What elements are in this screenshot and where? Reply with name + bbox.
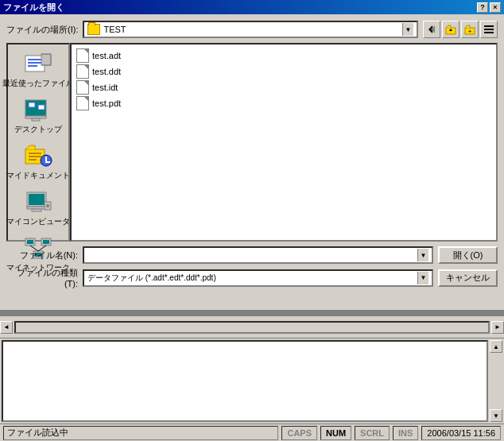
svg-rect-18	[29, 156, 41, 157]
scroll-right-button[interactable]: ►	[491, 321, 504, 334]
file-icon-3	[76, 96, 89, 110]
open-button[interactable]: 開く(O)	[438, 246, 498, 264]
up-folder-button[interactable]	[442, 21, 459, 38]
location-label: ファイルの場所(I):	[6, 24, 78, 36]
svg-rect-3	[484, 25, 494, 27]
menu-button[interactable]	[480, 21, 498, 38]
file-item-0[interactable]: test.adt	[75, 48, 493, 64]
filename-label: ファイル名(N):	[6, 250, 78, 261]
scroll-down-button[interactable]: ▼	[490, 409, 502, 422]
file-name-3: test.pdt	[92, 99, 121, 108]
status-text: ファイル読込中	[3, 426, 278, 440]
left-sidebar: 最近使ったファイル デスクトップ	[6, 43, 70, 242]
sidebar-label-desktop: デスクトップ	[14, 124, 62, 135]
file-name-1: test.ddt	[92, 67, 121, 76]
mypc-icon	[24, 191, 52, 215]
svg-rect-13	[32, 118, 40, 121]
filetype-value: データファイル (*.adt*.edt*.ddt*.pdt)	[87, 273, 216, 284]
horizontal-scroll-area: ◄ ►	[0, 316, 504, 338]
file-icon-0	[76, 48, 89, 63]
panel-area: 最近使ったファイル デスクトップ	[6, 43, 498, 242]
svg-rect-10	[41, 54, 51, 65]
file-icon-2	[76, 80, 89, 95]
svg-rect-22	[29, 194, 45, 205]
sidebar-item-mypc[interactable]: マイコンピュータ	[5, 189, 72, 229]
open-file-dialog: ファイルを開く ? × ファイルの場所(I): TEST ▼	[0, 0, 504, 310]
file-item-3[interactable]: test.pdt	[75, 95, 493, 111]
location-dropdown[interactable]: TEST ▼	[83, 21, 418, 38]
scroll-up-button[interactable]: ▲	[490, 340, 502, 353]
svg-rect-8	[28, 62, 42, 64]
folder-icon	[87, 24, 100, 35]
location-dropdown-arrow[interactable]: ▼	[402, 23, 413, 36]
filetype-label: ファイルの種類(T):	[6, 267, 78, 288]
sidebar-item-mydocs[interactable]: マイドキュメント	[5, 143, 72, 183]
svg-rect-19	[29, 159, 37, 161]
recent-files-icon	[24, 52, 52, 76]
num-indicator: NUM	[320, 426, 351, 440]
svg-rect-17	[29, 153, 41, 154]
ins-indicator: INS	[393, 426, 418, 440]
close-button[interactable]: ×	[490, 2, 501, 13]
svg-rect-7	[28, 59, 42, 60]
separator	[0, 310, 504, 316]
filetype-dropdown[interactable]: データファイル (*.adt*.edt*.ddt*.pdt) ▼	[83, 269, 433, 287]
filename-row: ファイル名(N): ▼ 開く(O)	[6, 246, 498, 264]
svg-rect-30	[43, 240, 49, 244]
location-row: ファイルの場所(I): TEST ▼	[6, 21, 498, 38]
filetype-row: ファイルの種類(T): データファイル (*.adt*.edt*.ddt*.pd…	[6, 267, 498, 288]
file-name-2: test.idt	[92, 83, 118, 92]
svg-point-26	[46, 204, 49, 207]
file-item-1[interactable]: test.ddt	[75, 64, 493, 79]
new-folder-button[interactable]: +	[461, 21, 479, 38]
svg-rect-14	[29, 103, 35, 107]
filename-input[interactable]: ▼	[83, 246, 433, 264]
dialog-title: ファイルを開く	[3, 2, 64, 14]
scroll-left-button[interactable]: ◄	[0, 321, 13, 334]
text-area-wrapper: ▲ ▼	[0, 338, 504, 424]
caps-indicator: CAPS	[281, 426, 317, 440]
file-list-area[interactable]: test.adt test.ddt test.idt test.pdt	[70, 43, 498, 242]
title-bar-buttons: ? ×	[477, 2, 501, 13]
title-bar: ファイルを開く ? ×	[0, 0, 504, 14]
mydocs-icon	[24, 145, 52, 168]
svg-rect-24	[32, 209, 41, 211]
svg-rect-9	[28, 65, 37, 67]
back-button[interactable]	[423, 21, 440, 38]
sidebar-label-recent: 最近使ったファイル	[2, 78, 74, 89]
svg-text:+: +	[468, 28, 472, 35]
filetype-dropdown-arrow[interactable]: ▼	[417, 272, 428, 284]
cancel-button[interactable]: キャンセル	[438, 269, 498, 287]
datetime-display: 2006/03/15 11:56	[421, 426, 501, 440]
bottom-fields: ファイル名(N): ▼ 開く(O) ファイルの種類(T): データファイル (*…	[6, 246, 498, 288]
sidebar-label-mypc: マイコンピュータ	[6, 216, 70, 227]
lower-section: ◄ ► ▲ ▼ ファイル読込中 CAPS NUM SCRL INS 2006/0…	[0, 316, 504, 441]
filename-dropdown-arrow[interactable]: ▼	[417, 249, 428, 261]
text-display-area	[2, 340, 488, 422]
dialog-content: ファイルの場所(I): TEST ▼	[0, 14, 504, 295]
sidebar-item-recent[interactable]: 最近使ったファイル	[1, 51, 76, 91]
sidebar-label-mydocs: マイドキュメント	[6, 170, 70, 181]
scrl-indicator: SCRL	[355, 426, 390, 440]
svg-rect-28	[27, 240, 33, 244]
location-value: TEST	[103, 25, 126, 34]
file-item-2[interactable]: test.idt	[75, 79, 493, 95]
toolbar-buttons: +	[423, 21, 498, 38]
vertical-scroll-buttons: ▲ ▼	[490, 340, 502, 422]
desktop-icon	[24, 99, 52, 122]
svg-rect-4	[484, 29, 494, 30]
file-name-0: test.adt	[92, 51, 121, 60]
status-bar: ファイル読込中 CAPS NUM SCRL INS 2006/03/15 11:…	[0, 424, 504, 441]
help-button[interactable]: ?	[477, 2, 488, 13]
sidebar-item-desktop[interactable]: デスクトップ	[13, 97, 64, 137]
svg-rect-5	[484, 32, 494, 33]
scroll-track-horizontal[interactable]	[14, 321, 490, 334]
svg-rect-15	[38, 105, 45, 110]
file-icon-1	[76, 64, 89, 79]
